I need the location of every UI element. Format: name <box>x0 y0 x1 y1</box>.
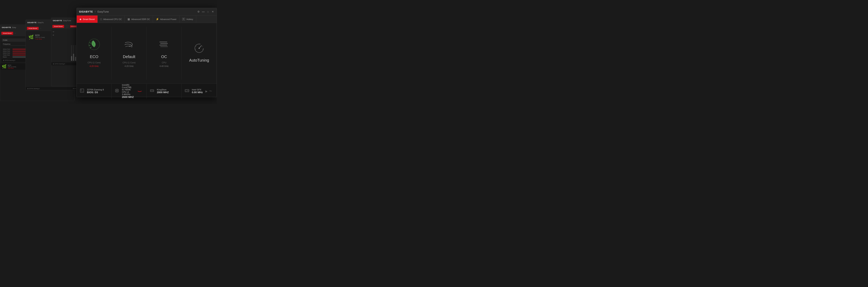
minimize-button[interactable]: — <box>202 10 205 13</box>
svg-rect-35 <box>151 90 151 91</box>
svg-line-15 <box>202 49 203 50</box>
svg-line-12 <box>196 46 196 46</box>
mb-value: BIOS: D3 <box>87 91 104 94</box>
wave-btn[interactable]: 〜 <box>209 90 212 93</box>
ram-text: KingSton 2800 MHZ <box>157 89 169 94</box>
svg-rect-43 <box>186 90 187 91</box>
cpu-value: 2600 MHZ <box>122 96 134 98</box>
status-bar: Z270X-Gaming 8 BIOS: D3 <box>77 84 217 97</box>
close-button[interactable]: ✕ <box>211 10 214 13</box>
svg-rect-38 <box>153 90 153 91</box>
status-cpu: Intel(R) Core(TM) i5-7600K CPU @ 3.80GHz… <box>112 84 147 98</box>
mb-icon <box>80 89 85 94</box>
tab-power-label: Advanced Power <box>160 18 177 21</box>
default-name: Default <box>123 55 135 59</box>
title-controls: ⚙ — □ ✕ <box>197 10 214 13</box>
ram-value: 2800 MHZ <box>157 91 169 94</box>
tab-advanced-ddr-oc[interactable]: ▦ Advanced DDR OC <box>125 15 153 23</box>
ram-icon <box>150 89 155 94</box>
svg-line-14 <box>202 46 203 46</box>
gfx-text: Intel GFX 0.00 MHz <box>192 89 203 94</box>
cpu-label: Intel(R) Core(TM) i5-7600K CPU @ 3.80GHz <box>122 84 134 96</box>
gfx-label: Intel GFX <box>192 89 203 91</box>
tab-advanced-cpu-oc[interactable]: □ Advanced CPU OC <box>98 15 125 23</box>
tab-hotkey-label: Hotkey <box>186 18 193 21</box>
title-bar: GIGABYTE ® EasyTune ⚙ — □ ✕ <box>77 8 217 15</box>
settings-button[interactable]: ⚙ <box>197 10 200 13</box>
autotuning-name: AutoTuning <box>189 58 209 63</box>
mb-text: Z270X-Gaming 8 BIOS: D3 <box>87 89 104 94</box>
smart-boost-icon: ◈ <box>80 18 82 21</box>
main-content: ECO CPU (1 Core) 4.20 GHz Default <box>77 23 217 97</box>
main-window: GIGABYTE ® EasyTune ⚙ — □ ✕ ◈ Smart Boos… <box>76 8 217 97</box>
status-ram: KingSton 2800 MHZ <box>147 84 182 98</box>
ram-label: KingSton <box>157 89 169 91</box>
gfx-value: 0.00 MHz <box>192 91 203 94</box>
status-controls: ▶ 〜 <box>206 90 214 93</box>
eco-name: ECO <box>90 55 98 59</box>
gauge-icon <box>193 42 205 56</box>
cpu-icon <box>115 89 120 94</box>
tab-advanced-power[interactable]: ⚡ Advanced Power <box>153 15 180 23</box>
bg-tab-smartboost-4: Smart Boost <box>1 32 13 35</box>
bg-status-3: 🖥 Z270X-Gaming 8 BIOS: D3 <box>26 87 80 90</box>
mode-grid: ECO CPU (1 Core) 4.20 GHz Default <box>77 23 217 84</box>
hotkey-icon: K <box>182 18 185 21</box>
power-icon: ⚡ <box>156 18 159 21</box>
eco-detail: CPU (1 Core) 4.20 GHz <box>88 61 101 68</box>
gigabyte-logo: GIGABYTE <box>79 10 93 13</box>
ddr-oc-icon: ▦ <box>127 18 130 21</box>
mode-eco[interactable]: ECO CPU (1 Core) 4.20 GHz <box>77 27 112 79</box>
tab-cpu-oc-label: Advanced CPU OC <box>103 18 122 21</box>
tab-bar: ◈ Smart Boost □ Advanced CPU OC ▦ Advanc… <box>77 15 217 23</box>
status-mb: Z270X-Gaming 8 BIOS: D3 <box>77 84 112 98</box>
svg-line-1 <box>90 42 91 43</box>
default-detail: CPU (1 Core) 4.20 GHz <box>123 61 136 68</box>
mode-autotuning[interactable]: AutoTuning <box>182 27 217 79</box>
play-btn[interactable]: ▶ <box>206 90 208 93</box>
mb-label: Z270X-Gaming 8 <box>87 89 104 91</box>
bg-appname-4: Easy <box>12 27 16 28</box>
bg-profile-label: Profile <box>3 39 7 41</box>
svg-rect-17 <box>81 90 82 90</box>
svg-rect-16 <box>80 89 84 92</box>
svg-line-11 <box>195 49 196 50</box>
tab-ddr-oc-label: Advanced DDR OC <box>131 18 150 21</box>
svg-rect-36 <box>152 90 152 91</box>
bg-tab-smartboost-3: Smart Boost <box>27 27 39 30</box>
bg-brand-4: GIGABYTE <box>2 27 11 28</box>
eco-icon <box>88 38 100 52</box>
tab-smart-boost[interactable]: ◈ Smart Boost <box>77 15 98 23</box>
oc-name: OC <box>161 55 167 59</box>
tab-smart-boost-label: Smart Boost <box>83 18 95 21</box>
status-gfx: Intel GFX 0.00 MHz ▶ 〜 <box>182 84 217 98</box>
oc-detail: CPU 4.40 GHz <box>159 61 168 68</box>
oc-icon <box>158 38 170 52</box>
cpu-arrow-icon <box>137 90 143 92</box>
svg-rect-37 <box>152 90 153 91</box>
mode-default[interactable]: Default CPU (1 Core) 4.20 GHz <box>112 27 147 79</box>
svg-line-3 <box>90 47 91 48</box>
maximize-button[interactable]: □ <box>207 10 210 13</box>
wind-icon <box>123 38 135 52</box>
svg-rect-21 <box>116 90 118 91</box>
mode-oc[interactable]: OC CPU 4.40 GHz <box>147 27 182 79</box>
cpu-text: Intel(R) Core(TM) i5-7600K CPU @ 3.80GHz… <box>122 84 134 98</box>
svg-point-44 <box>188 90 189 91</box>
tab-hotkey[interactable]: K Hotkey <box>180 15 196 23</box>
title-brand: GIGABYTE ® EasyTune <box>79 10 109 13</box>
cpu-oc-icon: □ <box>100 18 102 21</box>
svg-point-10 <box>198 48 200 49</box>
easytune-label: EasyTune <box>97 10 109 13</box>
gfx-icon <box>185 89 189 94</box>
